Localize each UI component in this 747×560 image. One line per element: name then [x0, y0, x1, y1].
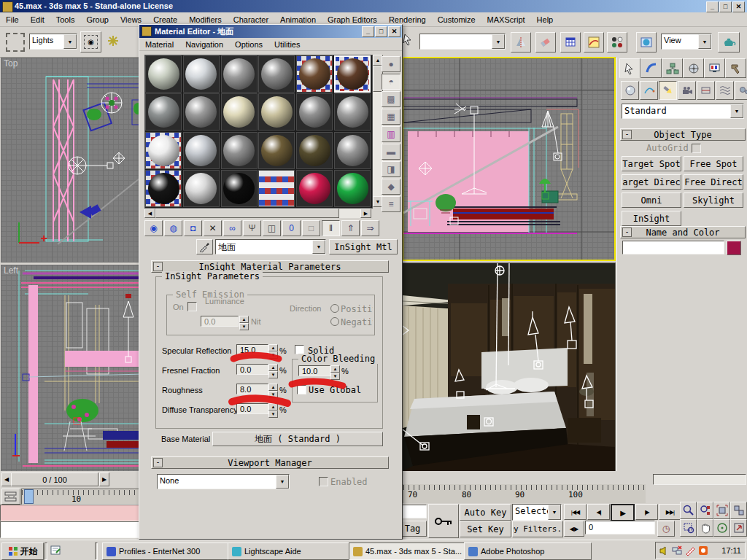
material-editor-icon[interactable] — [636, 32, 657, 52]
restore-icon[interactable]: □ — [375, 26, 387, 37]
taskbar-task-adobe-photoshop[interactable]: Adobe Photoshop — [464, 542, 592, 560]
sample-slot-1[interactable] — [145, 55, 182, 93]
sample-slot-11[interactable] — [296, 93, 333, 131]
create-spacewarps-icon[interactable] — [716, 81, 734, 100]
menu-customize[interactable]: Customize — [432, 14, 481, 26]
chevron-down-icon[interactable]: ▼ — [730, 104, 743, 118]
scroll-right-icon[interactable]: ▶ — [360, 209, 371, 218]
frame-back-icon[interactable]: ◀ — [1, 472, 12, 486]
frame-forward-icon[interactable]: ▶ — [99, 472, 109, 486]
fresnel-fraction-value[interactable]: 0.0 — [236, 364, 268, 375]
object-type-rollout[interactable]: - Object Type — [620, 128, 746, 141]
minimize-icon[interactable]: _ — [706, 1, 719, 12]
select-by-material-icon[interactable]: ◆ — [382, 179, 400, 195]
spinner-down-icon[interactable]: ▼ — [268, 371, 278, 378]
viewport-camera[interactable] — [402, 262, 616, 472]
sample-slot-3[interactable] — [221, 55, 258, 93]
assign-material-icon[interactable]: ◘ — [184, 220, 202, 236]
maximize-icon[interactable]: □ — [719, 1, 732, 12]
create-geometry-icon[interactable] — [621, 81, 639, 100]
object-type-free-direct[interactable]: Free Direct — [684, 174, 743, 190]
select-cursor-icon[interactable] — [402, 33, 415, 46]
pan-icon[interactable] — [697, 519, 713, 537]
go-to-end-icon[interactable]: ▶▶| — [659, 504, 681, 520]
spinner-up-icon[interactable]: ▲ — [268, 403, 278, 411]
material-type-button[interactable]: InSight Mtl — [329, 239, 398, 254]
set-key-button[interactable]: Set Key — [460, 521, 511, 537]
positive-radio[interactable] — [330, 304, 339, 313]
chevron-down-icon[interactable]: ▼ — [276, 475, 289, 489]
selection-region-icon[interactable] — [6, 33, 25, 52]
current-frame-field[interactable]: 0 — [585, 521, 655, 534]
listener-script-line[interactable] — [0, 521, 140, 538]
next-frame-icon[interactable]: |▶ — [635, 504, 658, 520]
sample-slot-8[interactable] — [183, 93, 220, 131]
reference-coordinate-dropdown[interactable]: View ▼ — [661, 34, 712, 50]
sample-slot-18[interactable] — [334, 132, 371, 169]
chevron-down-icon[interactable]: ▼ — [63, 34, 77, 49]
region-zoom-icon[interactable] — [680, 519, 697, 537]
taskbar-task-lightscape-aide[interactable]: Lightscape Aide — [228, 542, 355, 560]
material-editor-menu-utilities[interactable]: Utilities — [268, 39, 306, 50]
object-type-target-direct[interactable]: Target Direct — [622, 174, 681, 190]
create-lights-icon[interactable] — [659, 81, 677, 100]
material-options-icon[interactable]: ◨ — [382, 161, 400, 177]
trackbar-mode-icon[interactable] — [1, 489, 20, 505]
time-config-icon[interactable]: ◷ — [657, 521, 675, 537]
sample-slot-5[interactable] — [296, 55, 333, 93]
chevron-down-icon[interactable]: ▼ — [548, 505, 561, 520]
spinner-down-icon[interactable]: ▼ — [268, 391, 278, 398]
material-editor-menu-options[interactable]: Options — [229, 39, 268, 50]
volume-icon[interactable] — [659, 545, 670, 556]
enabled-checkbox[interactable] — [319, 477, 328, 486]
specular-reflection-value[interactable]: 15.0 — [236, 344, 268, 355]
show-end-result-icon[interactable]: ‖ — [322, 220, 340, 236]
reset-material-icon[interactable]: ✕ — [204, 220, 222, 236]
spinner-up-icon[interactable]: ▲ — [268, 344, 278, 351]
menu-help[interactable]: Help — [531, 14, 560, 26]
key-filters-button[interactable]: Key Filters... — [512, 521, 563, 537]
autogrid-checkbox[interactable] — [692, 144, 701, 153]
go-to-parent-icon[interactable]: ⇑ — [341, 220, 360, 236]
spinner-up-icon[interactable]: ▲ — [268, 364, 278, 371]
object-type-insight[interactable]: InSight — [622, 211, 681, 226]
get-material-icon[interactable]: ◉ — [144, 220, 163, 236]
time-slider[interactable]: 0 / 100 — [11, 472, 98, 486]
tab-create[interactable] — [619, 58, 640, 78]
tab-motion[interactable] — [683, 58, 704, 78]
set-keys-button[interactable] — [428, 504, 459, 538]
pen-icon[interactable] — [685, 545, 696, 556]
viewport-manager-rollout[interactable]: - Viewport Manager — [151, 456, 389, 469]
named-selection-dropdown[interactable]: ▼ — [419, 34, 506, 50]
tab-utilities[interactable] — [725, 58, 746, 78]
self-emission-on-checkbox[interactable] — [187, 302, 197, 311]
auto-key-button[interactable]: Auto Key — [460, 504, 511, 521]
chevron-down-icon[interactable]: ▼ — [698, 34, 711, 49]
spinner-up-icon[interactable]: ▲ — [268, 384, 278, 391]
make-unique-icon[interactable]: Ψ — [243, 220, 261, 236]
taskbar-task-profiles-enternet-300[interactable]: Profiles - EnterNet 300 — [102, 542, 233, 560]
menu-tools[interactable]: Tools — [50, 14, 81, 26]
zoom-extents-all-icon[interactable] — [730, 502, 747, 519]
arc-rotate-icon[interactable] — [713, 519, 730, 537]
use-global-checkbox[interactable] — [297, 385, 306, 394]
sample-uv-tiling-icon[interactable]: ▦ — [382, 109, 400, 125]
time-slider-thumb[interactable] — [24, 489, 34, 504]
scroll-left-icon[interactable]: ◀ — [144, 209, 155, 218]
network-icon[interactable] — [672, 545, 683, 556]
taskbar-task-45-max-3ds-max-5-sta[interactable]: 45.max - 3ds max 5 - Sta... — [349, 542, 470, 560]
sample-slot-22[interactable] — [258, 170, 295, 207]
menu-file[interactable]: File — [0, 14, 25, 26]
previous-frame-icon[interactable]: ◀| — [587, 504, 610, 520]
chevron-down-icon[interactable]: ▼ — [492, 34, 505, 49]
put-material-to-scene-icon[interactable]: ◍ — [164, 220, 182, 236]
sample-slot-23[interactable] — [296, 170, 333, 207]
sample-slot-2[interactable] — [183, 55, 220, 93]
color-bleeding-value[interactable]: 10.0 — [298, 365, 330, 376]
collapse-icon[interactable]: - — [153, 262, 163, 271]
menu-group[interactable]: Group — [80, 14, 115, 26]
quick-launch-icon[interactable] — [50, 544, 63, 557]
create-cameras-icon[interactable] — [678, 81, 696, 100]
material-map-navigator-icon[interactable]: ≡ — [382, 196, 400, 212]
play-icon[interactable]: ▶ — [611, 504, 635, 521]
